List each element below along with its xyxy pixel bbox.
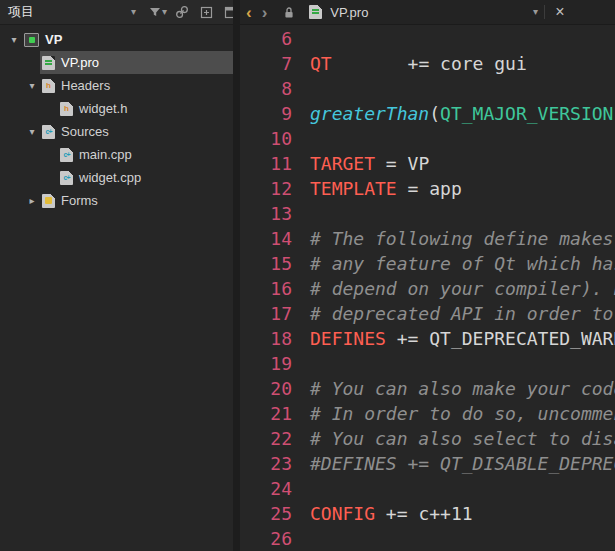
tree-item-label: VP	[45, 32, 62, 47]
line-number: 6	[240, 28, 302, 49]
tree-item-content[interactable]: Headers	[40, 74, 233, 97]
line-number: 9	[240, 103, 302, 124]
tree-item-main-cpp[interactable]: main.cpp	[0, 143, 233, 166]
chevron-down-icon	[131, 7, 136, 17]
line-number: 10	[240, 128, 302, 149]
sources-folder-icon	[42, 125, 55, 139]
line-number: 14	[240, 228, 302, 249]
link-with-editor-button[interactable]	[170, 2, 194, 22]
cpp-file-icon	[60, 148, 73, 162]
code-line-16[interactable]: 16# depend on your compiler). Please con…	[240, 276, 615, 301]
line-number: 12	[240, 178, 302, 199]
tree-item-label: widget.cpp	[79, 170, 141, 185]
tree-item-vp[interactable]: ▾VP	[0, 28, 233, 51]
code-line-7[interactable]: 7QT += core gui	[240, 51, 615, 76]
chevron-down-icon[interactable]: ▾	[24, 81, 40, 91]
code-line-23[interactable]: 23#DEFINES += QT_DISABLE_DEPRECATED_BEFO…	[240, 451, 615, 476]
tree-item-label: main.cpp	[79, 147, 132, 162]
filter-button[interactable]	[146, 2, 170, 22]
open-document-title[interactable]: VP.pro	[330, 5, 368, 20]
header-file-icon	[60, 102, 73, 116]
headers-folder-icon	[42, 79, 55, 93]
line-number: 24	[240, 478, 302, 499]
code-text: # depend on your compiler). Please consu…	[302, 278, 615, 299]
code-text: # The following define makes your compil…	[302, 228, 615, 249]
chevron-right-icon[interactable]: ▸	[24, 196, 40, 206]
projects-panel-header: 项目	[0, 0, 233, 25]
code-line-17[interactable]: 17# deprecated API in order to know how …	[240, 301, 615, 326]
code-text: DEFINES += QT_DEPRECATED_WARNINGS	[302, 328, 615, 349]
close-document-button[interactable]	[551, 4, 569, 20]
tree-item-label: widget.h	[79, 101, 127, 116]
line-number: 18	[240, 328, 302, 349]
code-line-12[interactable]: 12TEMPLATE = app	[240, 176, 615, 201]
code-text: # deprecated API in order to know how to…	[302, 303, 615, 324]
code-text: QT += core gui	[302, 53, 527, 74]
tree-item-headers[interactable]: ▾Headers	[0, 74, 233, 97]
tree-item-content[interactable]: Sources	[40, 120, 233, 143]
code-line-10[interactable]: 10	[240, 126, 615, 151]
line-number: 11	[240, 153, 302, 174]
line-number: 8	[240, 78, 302, 99]
tree-item-label: Forms	[61, 193, 98, 208]
code-line-6[interactable]: 6	[240, 26, 615, 51]
code-text: # You can also select to disable depreca…	[302, 428, 615, 449]
tree-item-forms[interactable]: ▸Forms	[0, 189, 233, 212]
tree-item-content[interactable]: widget.cpp	[58, 166, 233, 189]
tabbar-divider	[544, 5, 545, 19]
line-number: 17	[240, 303, 302, 324]
line-number: 16	[240, 278, 302, 299]
chevron-down-icon[interactable]: ▾	[24, 127, 40, 137]
line-number: 7	[240, 53, 302, 74]
document-dropdown-button[interactable]	[533, 7, 538, 17]
code-line-13[interactable]: 13	[240, 201, 615, 226]
panel-mode-selector[interactable]: 项目	[0, 3, 142, 21]
float-panel-button[interactable]	[218, 2, 233, 22]
code-text: greaterThan(QT_MAJOR_VERSION, 4): QT += …	[302, 103, 615, 124]
project-tree: ▾VPVP.pro▾Headerswidget.h▾Sourcesmain.cp…	[0, 25, 233, 212]
code-line-26[interactable]: 26	[240, 526, 615, 551]
split-icon	[200, 6, 213, 19]
line-number: 20	[240, 378, 302, 399]
code-line-18[interactable]: 18DEFINES += QT_DEPRECATED_WARNINGS	[240, 326, 615, 351]
code-line-15[interactable]: 15# any feature of Qt which has been mar…	[240, 251, 615, 276]
tree-item-widget-h[interactable]: widget.h	[0, 97, 233, 120]
line-number: 13	[240, 203, 302, 224]
panel-splitter[interactable]	[233, 0, 240, 551]
code-line-9[interactable]: 9greaterThan(QT_MAJOR_VERSION, 4): QT +=…	[240, 101, 615, 126]
code-line-19[interactable]: 19	[240, 351, 615, 376]
forms-folder-icon	[42, 194, 55, 208]
lock-icon	[283, 6, 295, 19]
tree-item-content[interactable]: Forms	[40, 189, 233, 212]
code-line-24[interactable]: 24	[240, 476, 615, 501]
forward-button[interactable]	[260, 4, 270, 21]
split-panel-button[interactable]	[194, 2, 218, 22]
code-line-8[interactable]: 8	[240, 76, 615, 101]
tree-item-widget-cpp[interactable]: widget.cpp	[0, 166, 233, 189]
float-panel-icon	[224, 6, 234, 19]
file-lock-indicator	[283, 6, 295, 19]
qt-creator-window: 项目	[0, 0, 615, 551]
tree-item-content[interactable]: widget.h	[58, 97, 233, 120]
code-line-25[interactable]: 25CONFIG += c++11	[240, 501, 615, 526]
tree-item-sources[interactable]: ▾Sources	[0, 120, 233, 143]
code-line-20[interactable]: 20# You can also make your code fail to …	[240, 376, 615, 401]
tree-item-content[interactable]: main.cpp	[58, 143, 233, 166]
code-line-22[interactable]: 22# You can also select to disable depre…	[240, 426, 615, 451]
back-button[interactable]	[244, 4, 254, 21]
link-editor-icon	[175, 5, 189, 19]
code-text: # You can also make your code fail to co…	[302, 378, 615, 399]
projects-panel: 项目	[0, 0, 233, 551]
editor-pane: VP.pro 67QT += core gui89greaterThan(QT_…	[240, 0, 615, 551]
tree-item-vp-pro[interactable]: VP.pro	[0, 51, 233, 74]
code-line-11[interactable]: 11TARGET = VP	[240, 151, 615, 176]
code-area[interactable]: 67QT += core gui89greaterThan(QT_MAJOR_V…	[240, 25, 615, 551]
tree-item-content[interactable]: VP	[22, 28, 233, 51]
chevron-down-icon[interactable]: ▾	[6, 35, 22, 45]
qt-project-icon	[24, 33, 39, 47]
code-text: CONFIG += c++11	[302, 503, 473, 524]
chevron-down-icon	[162, 7, 167, 17]
code-line-14[interactable]: 14# The following define makes your comp…	[240, 226, 615, 251]
tree-item-content[interactable]: VP.pro	[40, 51, 233, 74]
code-line-21[interactable]: 21# In order to do so, uncomment the fol…	[240, 401, 615, 426]
